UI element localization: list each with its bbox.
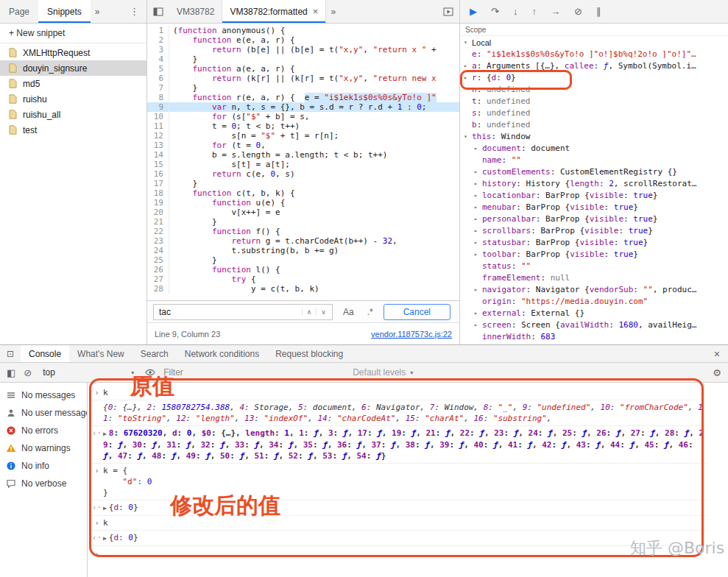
line-number[interactable]: 26 — [147, 265, 169, 275]
editor-tab[interactable]: VM38782:formatted× — [222, 0, 326, 23]
pause-on-exceptions-icon[interactable]: ∥ — [596, 6, 601, 17]
code-text[interactable]: t = 0; t < b; t++) — [169, 121, 300, 131]
snippet-item[interactable]: ruishu_all — [0, 107, 146, 122]
line-number[interactable]: 8 — [147, 93, 169, 102]
step-out-icon[interactable]: ↑ — [531, 6, 537, 17]
line-number[interactable]: 6 — [147, 74, 169, 83]
expand-icon[interactable]: ▸ — [474, 249, 482, 261]
snippet-item[interactable]: test — [0, 122, 146, 138]
expand-icon[interactable]: ▶ — [103, 535, 107, 542]
scope-entry[interactable]: name: "" — [460, 155, 728, 166]
console-filter-item[interactable]: No user messages — [0, 404, 87, 422]
navigator-tab-snippets[interactable]: Snippets — [38, 0, 91, 23]
expand-icon[interactable]: ▶ — [103, 431, 107, 437]
line-number[interactable]: 18 — [147, 188, 169, 198]
scope-entry[interactable]: t: undefined — [460, 96, 728, 107]
snippet-item[interactable]: ruishu — [0, 91, 146, 107]
scope-entry[interactable]: n: undefined — [460, 84, 728, 96]
code-text[interactable]: y = c(t, b, k) — [169, 284, 319, 294]
console-tab[interactable]: Network conditions — [177, 345, 267, 362]
scope-section-local[interactable]: ▾Local — [460, 37, 728, 49]
expand-icon[interactable]: ▶ — [103, 505, 107, 511]
console-filter-item[interactable]: No messages — [0, 386, 87, 404]
line-number[interactable]: 24 — [147, 246, 169, 255]
step-icon[interactable]: → — [551, 6, 560, 17]
snippet-item[interactable]: XMLHttpRequest — [0, 45, 146, 60]
console-sidebar-toggle-icon[interactable]: ◧ — [7, 367, 15, 378]
line-number[interactable]: 15 — [147, 160, 169, 169]
expand-icon[interactable]: ▸ — [474, 190, 482, 202]
next-match-icon[interactable]: ∨ — [316, 308, 331, 316]
scope-entry[interactable]: s: undefined — [460, 107, 728, 119]
scope-entry[interactable]: origin: "https://media.douyin.com" — [460, 296, 728, 308]
code-text[interactable]: } — [169, 179, 197, 188]
snippet-item[interactable]: md5 — [0, 76, 146, 91]
console-tab[interactable]: Request blocking — [267, 345, 351, 362]
code-text[interactable]: function e(e, a, r) { — [169, 35, 295, 45]
scope-entry[interactable]: ▸toolbar: BarProp {visible: true} — [460, 249, 728, 261]
code-text[interactable]: t.substring(b, b += g) — [169, 246, 339, 255]
previous-match-icon[interactable]: ∧ — [302, 308, 317, 316]
expand-icon[interactable]: ▸ — [474, 308, 482, 319]
code-text[interactable]: (function anonymous() { — [169, 26, 285, 35]
line-number[interactable]: 14 — [147, 150, 169, 160]
code-text[interactable]: } — [169, 217, 217, 227]
scope-entry[interactable]: ▸locationbar: BarProp {visible: true} — [460, 190, 728, 202]
line-number[interactable]: 28 — [147, 284, 169, 294]
line-number[interactable]: 22 — [147, 227, 169, 236]
close-tab-icon[interactable]: × — [313, 6, 319, 17]
line-number[interactable]: 10 — [147, 112, 169, 121]
expand-icon[interactable]: ▸ — [474, 284, 482, 296]
scope-entry[interactable]: ▾this: Window — [460, 131, 728, 143]
cancel-button[interactable]: Cancel — [384, 304, 450, 320]
code-text[interactable]: function f() { — [169, 227, 280, 236]
line-number[interactable]: 17 — [147, 179, 169, 188]
live-expression-icon[interactable] — [145, 367, 155, 378]
code-text[interactable]: function c(t, b, k) { — [169, 188, 295, 198]
line-number[interactable]: 4 — [147, 54, 169, 64]
code-text[interactable]: function a(e, a, r) { — [169, 64, 295, 74]
line-number[interactable]: 7 — [147, 83, 169, 93]
code-text[interactable]: function l() { — [169, 265, 280, 275]
code-text[interactable]: return (k[r] || (k[r] = t("x,y", "return… — [169, 74, 437, 83]
scope-entry[interactable]: frameElement: null — [460, 272, 728, 284]
deactivate-breakpoints-icon[interactable]: ⊘ — [574, 6, 582, 17]
expand-icon[interactable]: ▸ — [474, 143, 482, 155]
source-map-link[interactable]: vendor.1187573c.js:22 — [371, 330, 452, 339]
scope-entry[interactable]: status: "" — [460, 261, 728, 272]
code-text[interactable]: } — [169, 255, 217, 265]
step-over-icon[interactable]: ↷ — [491, 6, 499, 17]
close-drawer-icon[interactable]: × — [706, 348, 728, 360]
scope-entry[interactable]: ▸navigator: Navigator {vendorSub: "", pr… — [460, 284, 728, 296]
expand-icon[interactable]: ▸ — [474, 237, 482, 249]
code-text[interactable]: var n, t, s = {}, b = s.d = r ? r.d + 1 … — [169, 102, 426, 112]
expand-icon[interactable]: ▸ — [474, 178, 482, 190]
scope-entry[interactable]: b: undefined — [460, 119, 728, 131]
run-snippet-icon[interactable] — [437, 7, 459, 16]
line-number[interactable]: 27 — [147, 275, 169, 284]
code-text[interactable]: v[x++] = e — [169, 208, 280, 217]
more-editor-tabs-icon[interactable]: » — [326, 7, 340, 17]
new-snippet-button[interactable]: + New snippet — [0, 24, 146, 43]
expand-icon[interactable]: ▸ — [474, 225, 482, 237]
match-case-button[interactable]: Aa — [340, 305, 357, 319]
scope-entry[interactable]: ▸scrollbars: BarProp {visible: true} — [460, 225, 728, 237]
line-number[interactable]: 3 — [147, 45, 169, 54]
context-selector[interactable]: top ▾ — [40, 367, 137, 378]
console-filter-item[interactable]: No warnings — [0, 439, 87, 457]
scope-entry[interactable]: ▸history: History {length: 2, scrollRest… — [460, 178, 728, 190]
console-tab[interactable]: What's New — [69, 345, 132, 362]
line-number[interactable]: 1 — [147, 26, 169, 35]
expand-icon[interactable]: ▸ — [474, 202, 482, 213]
scope-entry[interactable]: ▸document: document — [460, 143, 728, 155]
code-text[interactable]: function r(e, a, r) { e = "i$1ek1s$0s%0s… — [169, 93, 437, 102]
code-text[interactable]: try { — [169, 275, 256, 284]
console-filter-item[interactable]: No info — [0, 457, 87, 475]
collapse-icon[interactable]: ▾ — [464, 37, 472, 49]
expand-icon[interactable]: ▸ — [464, 72, 472, 84]
code-text[interactable]: s[t] = a[t]; — [169, 160, 290, 169]
code-text[interactable]: } — [169, 54, 197, 64]
line-number[interactable]: 25 — [147, 255, 169, 265]
scope-entry[interactable]: ▸screen: Screen {availWidth: 1680, avail… — [460, 319, 728, 331]
snippet-item[interactable]: douyin_signsure — [0, 60, 146, 76]
